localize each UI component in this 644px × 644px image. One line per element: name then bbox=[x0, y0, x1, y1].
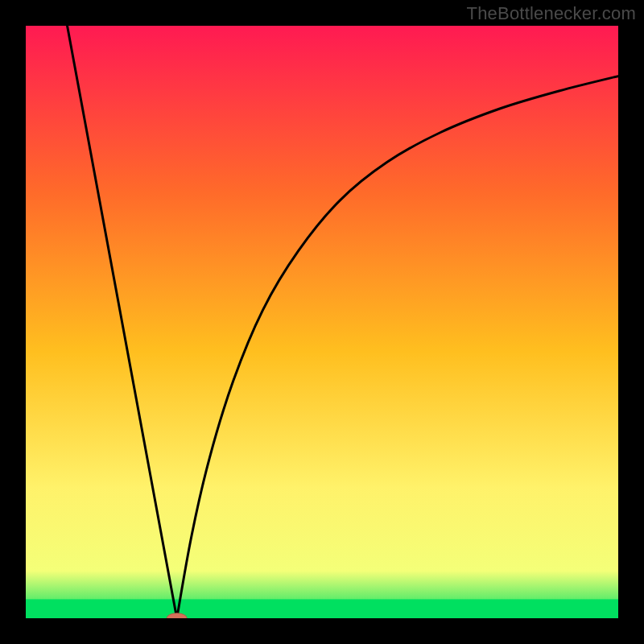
chart-frame bbox=[26, 26, 618, 618]
bottom-green-band bbox=[26, 599, 618, 618]
gradient-background bbox=[26, 26, 618, 618]
watermark-text: TheBottlenecker.com bbox=[467, 3, 636, 24]
chart-svg bbox=[26, 26, 618, 618]
